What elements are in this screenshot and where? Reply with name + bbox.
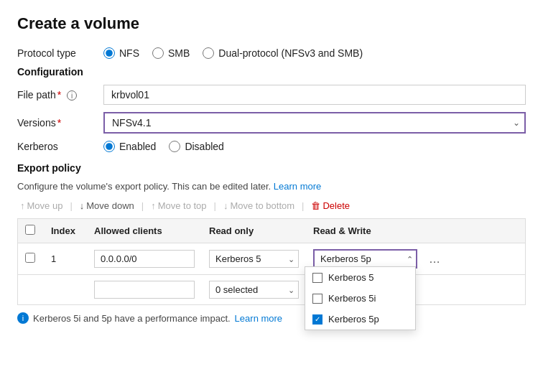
down-arrow-icon: ↓ xyxy=(80,200,85,211)
row1-readonly: Kerberos 5 Kerberos 5i Kerberos 5p ⌄ xyxy=(202,244,306,274)
move-to-bottom-button[interactable]: ↓ Move to bottom xyxy=(221,199,297,213)
top-arrow-icon: ↑ xyxy=(151,200,156,211)
row1-readonly-select-wrap: Kerberos 5 Kerberos 5i Kerberos 5p ⌄ xyxy=(209,250,299,268)
row1-readwrite-select-wrap: Kerberos 5p ⌃ xyxy=(313,249,417,269)
protocol-option-smb[interactable]: SMB xyxy=(152,47,190,59)
row1-clients-input[interactable] xyxy=(94,250,195,268)
row1-readonly-select[interactable]: Kerberos 5 Kerberos 5i Kerberos 5p xyxy=(209,250,299,268)
move-to-top-button[interactable]: ↑ Move to top xyxy=(148,199,209,213)
row1-check xyxy=(18,247,44,271)
page-title: Create a volume xyxy=(17,14,526,33)
header-check xyxy=(18,219,44,243)
dropdown-kerberos5i-item[interactable]: Kerberos 5i xyxy=(305,288,415,309)
filepath-input[interactable] xyxy=(103,85,526,105)
kerberos5-checkbox[interactable] xyxy=(312,273,322,283)
protocol-label: Protocol type xyxy=(17,47,103,59)
row1-checkbox[interactable] xyxy=(25,253,35,263)
row2-index xyxy=(44,284,87,296)
versions-select-wrap: NFSv3 NFSv4.1 ⌄ xyxy=(103,112,526,134)
row1-index: 1 xyxy=(44,248,87,270)
export-policy-desc: Configure the volume's export policy. Th… xyxy=(17,181,526,192)
header-index: Index xyxy=(44,220,87,242)
protocol-option-dual[interactable]: Dual-protocol (NFSv3 and SMB) xyxy=(203,47,363,59)
info-icon: i xyxy=(17,312,29,324)
move-up-button[interactable]: ↑ Move up xyxy=(17,199,65,213)
row2-readonly: 0 selected ⌄ xyxy=(202,275,306,304)
versions-label: Versions* xyxy=(17,117,103,129)
protocol-radio-group: NFS SMB Dual-protocol (NFSv3 and SMB) xyxy=(103,47,363,59)
versions-wrap: NFSv3 NFSv4.1 ⌄ xyxy=(103,112,526,134)
row1-more-options-icon[interactable]: … xyxy=(429,253,441,265)
dropdown-kerberos5p-item[interactable]: Kerberos 5p xyxy=(305,309,415,330)
versions-select[interactable]: NFSv3 NFSv4.1 xyxy=(103,112,526,134)
header-read-write: Read & Write xyxy=(306,220,424,242)
kerberos5i-checkbox[interactable] xyxy=(312,294,322,304)
protocol-option-nfs[interactable]: NFS xyxy=(103,47,139,59)
header-actions xyxy=(424,225,450,237)
table-row-2: 0 selected ⌄ xyxy=(18,275,525,304)
table-row: 1 Kerberos 5 Kerberos 5i Kerberos 5p ⌄ xyxy=(18,243,525,275)
filepath-label: File path* i xyxy=(17,89,103,101)
dropdown-kerberos5-item[interactable]: Kerberos 5 xyxy=(305,267,415,288)
info-learn-more-link[interactable]: Learn more xyxy=(235,313,282,324)
row1-readwrite-select[interactable]: Kerberos 5p xyxy=(313,249,417,269)
row2-clients-input[interactable] xyxy=(94,281,195,299)
row2-readonly-select-wrap: 0 selected ⌄ xyxy=(209,281,299,299)
kerberos-radio-group: Enabled Disabled xyxy=(103,141,224,152)
export-policy-table: Index Allowed clients Read only Read & W… xyxy=(17,218,526,305)
delete-button[interactable]: 🗑 Delete xyxy=(308,199,353,213)
up-arrow-icon: ↑ xyxy=(20,200,25,211)
export-policy-title: Export policy xyxy=(17,162,526,174)
row2-check xyxy=(18,284,44,296)
trash-icon: 🗑 xyxy=(311,200,320,211)
kerberos-label: Kerberos xyxy=(17,141,103,152)
export-learn-more-link[interactable]: Learn more xyxy=(274,181,321,192)
table-header: Index Allowed clients Read only Read & W… xyxy=(18,219,525,243)
header-allowed-clients: Allowed clients xyxy=(87,220,202,242)
row2-actions xyxy=(424,284,450,296)
kerberos-disabled[interactable]: Disabled xyxy=(169,141,223,152)
filepath-info-icon[interactable]: i xyxy=(67,90,77,101)
configuration-title: Configuration xyxy=(17,66,526,78)
header-read-only: Read only xyxy=(202,220,306,242)
row1-actions: … xyxy=(424,247,450,271)
kerberos5p-checkbox[interactable] xyxy=(312,314,322,325)
filepath-wrap xyxy=(103,85,526,105)
info-bar: i Kerberos 5i and 5p have a performance … xyxy=(17,312,526,324)
row1-clients xyxy=(87,244,202,274)
row2-clients xyxy=(87,275,202,304)
row2-readonly-select[interactable]: 0 selected xyxy=(209,281,299,299)
kerberos-enabled[interactable]: Enabled xyxy=(103,141,156,152)
select-all-checkbox[interactable] xyxy=(25,225,35,235)
readwrite-dropdown-popup: Kerberos 5 Kerberos 5i Kerberos 5p xyxy=(305,266,416,330)
bottom-arrow-icon: ↓ xyxy=(223,200,228,211)
export-toolbar: ↑ Move up | ↓ Move down | ↑ Move to top … xyxy=(17,199,526,213)
row1-readwrite: Kerberos 5p ⌃ Kerberos 5 Kerberos 5i xyxy=(306,243,424,274)
move-down-button[interactable]: ↓ Move down xyxy=(77,199,137,213)
